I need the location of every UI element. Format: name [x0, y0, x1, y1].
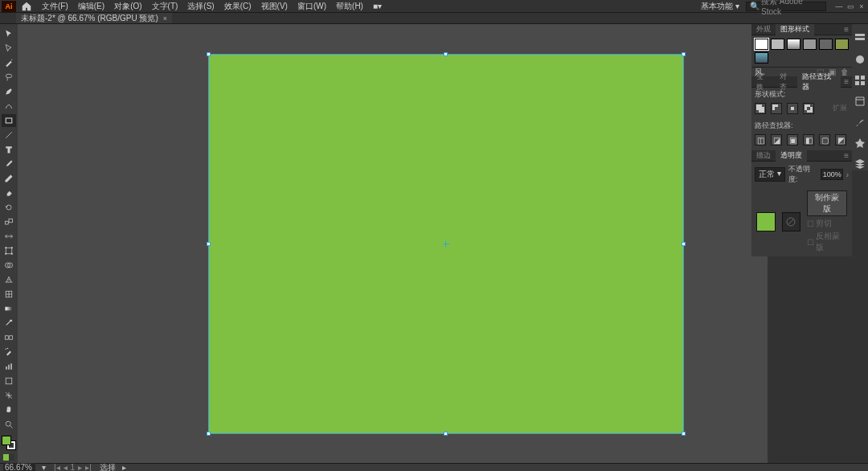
width-tool[interactable] [2, 230, 16, 243]
panel-menu-icon[interactable]: ≡ [841, 151, 852, 160]
style-thumb[interactable] [755, 52, 768, 63]
fill-swatch[interactable] [2, 436, 11, 445]
color-swatches[interactable] [2, 436, 16, 450]
blend-tool[interactable] [2, 331, 16, 344]
minus-front-button[interactable] [771, 103, 782, 114]
zoom-tool[interactable] [2, 418, 16, 431]
scale-tool[interactable] [2, 215, 16, 228]
last-artboard-button[interactable]: ▸| [84, 463, 93, 471]
tab-align[interactable]: 对齐 [775, 76, 798, 88]
close-icon[interactable]: × [163, 14, 167, 23]
canvas-area[interactable] [18, 24, 768, 463]
document-tab[interactable]: 未标题-2* @ 66.67% (RGB/GPU 预览) × [16, 13, 172, 23]
prev-artboard-button[interactable]: ◂ [62, 463, 69, 471]
menu-extra[interactable]: ■▾ [368, 2, 387, 10]
exclude-button[interactable] [803, 103, 814, 114]
zoom-input[interactable]: 66.67% [3, 463, 35, 471]
artboard-tool[interactable] [2, 375, 16, 387]
mask-thumb[interactable] [782, 212, 801, 231]
selected-rectangle[interactable] [209, 55, 683, 433]
color-mode-swatch[interactable] [3, 454, 14, 461]
swatches-icon[interactable] [854, 74, 866, 87]
opacity-input[interactable]: 100% [821, 169, 843, 180]
symbols-icon[interactable] [854, 137, 866, 149]
tab-graphic-styles[interactable]: 图形样式 [776, 24, 814, 35]
layers-icon[interactable] [854, 158, 866, 170]
perspective-tool[interactable] [2, 273, 16, 286]
style-thumb[interactable] [755, 39, 768, 50]
object-thumb[interactable] [756, 212, 776, 231]
unite-button[interactable] [755, 103, 766, 114]
handle-top-middle[interactable] [444, 52, 448, 56]
slice-tool[interactable] [2, 389, 16, 402]
search-input[interactable]: 🔍 搜索 Adobe Stock [746, 2, 826, 11]
make-mask-button[interactable]: 制作蒙版 [807, 190, 847, 216]
eyedropper-tool[interactable] [2, 317, 16, 330]
merge-button[interactable]: ▣ [787, 134, 798, 145]
intersect-button[interactable] [787, 103, 798, 114]
blend-mode-select[interactable]: 正常 ▾ [755, 167, 785, 182]
tab-pathfinder[interactable]: 路径查找器 [797, 76, 841, 88]
tab-transform[interactable]: 变换 [751, 76, 775, 88]
style-thumb[interactable] [787, 39, 800, 50]
trim-button[interactable]: ◪ [771, 134, 782, 145]
libraries-icon[interactable] [854, 95, 866, 108]
minus-back-button[interactable]: ◩ [835, 134, 846, 145]
pen-tool[interactable] [2, 85, 16, 98]
selection-tool[interactable] [2, 27, 16, 40]
menu-view[interactable]: 视图(V) [256, 1, 293, 12]
delete-icon[interactable]: 🗑 [841, 68, 849, 76]
handle-bottom-middle[interactable] [444, 432, 448, 436]
free-transform-tool[interactable] [2, 244, 16, 257]
first-artboard-button[interactable]: |◂ [52, 463, 62, 471]
tab-transparency[interactable]: 透明度 [776, 150, 807, 162]
pencil-tool[interactable] [2, 172, 16, 185]
symbol-sprayer-tool[interactable] [2, 346, 16, 358]
curvature-tool[interactable] [2, 100, 16, 113]
handle-bottom-left[interactable] [207, 432, 211, 436]
column-graph-tool[interactable] [2, 360, 16, 373]
handle-middle-right[interactable] [682, 242, 686, 246]
style-thumb[interactable] [819, 39, 833, 50]
panel-menu-icon[interactable]: ≡ [841, 25, 852, 34]
menu-help[interactable]: 帮助(H) [331, 1, 368, 12]
gradient-tool[interactable] [2, 302, 16, 315]
tab-appearance[interactable]: 外观 [751, 24, 776, 35]
opacity-chevron-icon[interactable]: › [846, 170, 849, 179]
expand-button[interactable]: 扩展 [831, 103, 849, 114]
rectangle-tool[interactable] [2, 114, 16, 127]
menu-select[interactable]: 选择(S) [182, 1, 219, 12]
crop-button[interactable]: ◧ [803, 134, 814, 145]
color-icon[interactable] [854, 53, 866, 66]
handle-middle-left[interactable] [207, 242, 211, 246]
hand-tool[interactable] [2, 403, 16, 416]
invert-checkbox[interactable]: ☐ 反相蒙版 [807, 231, 847, 253]
outline-button[interactable]: ▢ [819, 134, 830, 145]
workspace-selector[interactable]: 基本功能 ▾ [698, 1, 743, 12]
handle-top-right[interactable] [682, 52, 686, 56]
handle-top-left[interactable] [207, 52, 211, 56]
clip-checkbox[interactable]: ☐ 剪切 [807, 218, 847, 229]
next-artboard-button[interactable]: ▸ [76, 463, 84, 471]
menu-object[interactable]: 对象(O) [109, 1, 146, 12]
maximize-button[interactable]: ▭ [845, 2, 855, 11]
paintbrush-tool[interactable] [2, 158, 16, 170]
brushes-icon[interactable] [854, 116, 866, 129]
status-chevron-icon[interactable]: ▸ [122, 463, 126, 471]
divide-button[interactable]: ◫ [755, 134, 766, 145]
rotate-tool[interactable] [2, 201, 16, 214]
menu-edit[interactable]: 编辑(E) [73, 1, 109, 12]
menu-type[interactable]: 文字(T) [147, 1, 183, 12]
direct-selection-tool[interactable] [2, 42, 16, 55]
mesh-tool[interactable] [2, 288, 16, 301]
menu-file[interactable]: 文件(F) [37, 1, 73, 12]
shape-builder-tool[interactable] [2, 259, 16, 272]
properties-icon[interactable] [854, 32, 866, 45]
tab-stroke[interactable]: 描边 [751, 150, 776, 162]
zoom-chevron-icon[interactable]: ▾ [42, 463, 46, 471]
eraser-tool[interactable] [2, 186, 16, 199]
lasso-tool[interactable] [2, 71, 16, 84]
menu-effect[interactable]: 效果(C) [219, 1, 256, 12]
magic-wand-tool[interactable] [2, 56, 16, 69]
close-button[interactable]: × [857, 2, 866, 11]
